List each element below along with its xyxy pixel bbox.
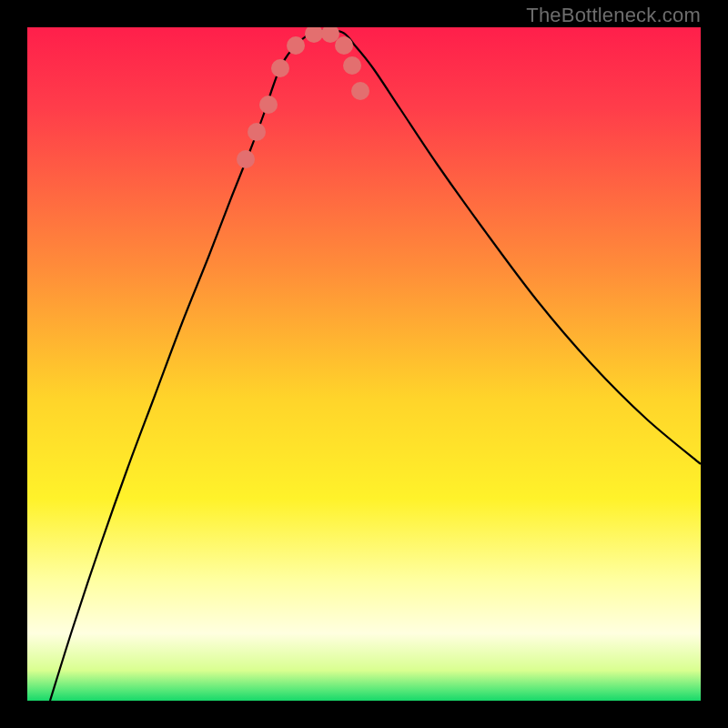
frame-bottom [0,701,728,728]
marker-dot [248,123,266,141]
marker-dot [351,82,369,100]
marker-dot [259,96,278,114]
chart-svg [27,27,701,701]
marker-dot [237,150,255,168]
frame-left [0,0,27,728]
watermark-text: TheBottleneck.com [526,4,701,27]
frame-right [701,0,728,728]
highlight-markers [237,27,369,168]
plot-area [27,27,701,701]
marker-dot [335,36,353,55]
marker-dot [305,27,323,43]
bottleneck-curve [50,30,701,701]
marker-dot [287,36,305,55]
marker-dot [271,59,289,77]
marker-dot [343,56,361,75]
